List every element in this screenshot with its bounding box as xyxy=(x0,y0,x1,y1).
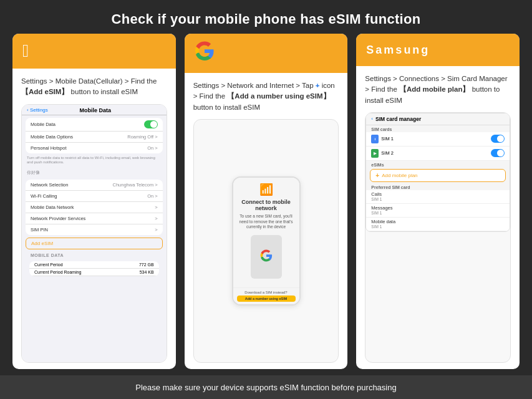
samsung-card: Samsung Settings > Connections > Sim Car… xyxy=(356,34,520,369)
apple-icon:  xyxy=(22,41,29,61)
google-add-number-button[interactable]: Add a number using eSIM xyxy=(237,296,296,302)
samsung-sim1-row: i SIM 1 xyxy=(366,132,510,147)
signal-bars-icon: 📶 xyxy=(238,183,294,196)
ios-add-esim-button[interactable]: Add eSIM xyxy=(26,238,163,249)
ios-network-section: Network Selection Chunghwa Telecom > Wi-… xyxy=(26,180,163,235)
samsung-logo: Samsung xyxy=(366,44,430,57)
apple-card:  Settings > Mobile Data(Cellular) > Fin… xyxy=(12,34,176,369)
samsung-mobile-data-row: Mobile data SIM 1 xyxy=(366,218,510,231)
apple-card-header:  xyxy=(12,34,176,69)
samsung-phone-mockup: ‹ SIM card manager SIM cards i SIM 1 ▶ xyxy=(365,112,511,363)
sim2-icon: ▶ xyxy=(371,149,379,158)
ios-mobile-data-network-row: Mobile Data Network > xyxy=(26,202,163,213)
samsung-nav-bar: ‹ SIM card manager xyxy=(366,113,510,125)
ios-current-period-roaming-row: Current Period Roaming 534 KB xyxy=(29,269,159,276)
samsung-sim-cards-label: SIM cards xyxy=(366,125,510,132)
apple-phone-mockup: ‹ Settings Mobile Data Mobile Data Mobil… xyxy=(21,104,167,363)
samsung-messages-row: Messages SIM 1 xyxy=(366,204,510,218)
add-plan-label: Add mobile plan xyxy=(382,173,417,178)
ios-section-title: 你好像 xyxy=(22,168,167,177)
ios-note: Turn off mobile data to restrict all dat… xyxy=(22,156,167,168)
samsung-esim-section-label: eSIMs xyxy=(366,161,510,168)
samsung-add-plan-button[interactable]: + Add mobile plan xyxy=(370,169,506,182)
ios-current-period-row: Current Period 772 GB xyxy=(29,261,159,269)
ios-personal-hotspot-row: Personal Hotspot On > xyxy=(26,143,163,153)
sim1-toggle[interactable] xyxy=(491,135,505,143)
google-screen: 📶 Connect to mobile network To use a new… xyxy=(233,178,299,287)
footer-bar: Please make sure your device supports eS… xyxy=(0,375,532,399)
google-screen-desc: To use a new SIM card, you'll need to re… xyxy=(238,214,294,229)
add-plan-plus-icon: + xyxy=(375,172,379,179)
ios-nav-back: ‹ Settings xyxy=(27,107,48,113)
ios-mobile-data-options-row: Mobile Data Options Roaming Off > xyxy=(26,132,163,143)
samsung-calls-row: Calls SIM 1 xyxy=(366,190,510,204)
google-phone-mockup: 📶 Connect to mobile network To use a new… xyxy=(193,119,339,363)
ios-settings-screen: ‹ Settings Mobile Data Mobile Data Mobil… xyxy=(22,105,167,363)
samsung-card-header: Samsung xyxy=(356,34,520,66)
samsung-preferred-label: Preferred SIM card xyxy=(366,183,510,190)
ios-mobile-data-toggle[interactable] xyxy=(144,120,158,128)
page-title: Check if your mobile phone has eSIM func… xyxy=(111,11,420,27)
sim2-label: SIM 2 xyxy=(381,150,394,156)
ios-main-section: Mobile Data Mobile Data Options Roaming … xyxy=(26,118,163,153)
samsung-sim2-row: ▶ SIM 2 xyxy=(366,147,510,161)
ios-data-usage-section: Current Period 772 GB Current Period Roa… xyxy=(29,261,159,276)
google-card: Settings > Network and Internet > Tap + … xyxy=(185,34,348,369)
samsung-back-button[interactable]: ‹ xyxy=(371,116,373,122)
sim2-toggle[interactable] xyxy=(491,149,505,157)
cards-container:  Settings > Mobile Data(Cellular) > Fin… xyxy=(12,34,520,369)
sim1-icon: i xyxy=(371,135,379,143)
google-g-icon xyxy=(260,249,273,264)
ios-mobile-data-row: Mobile Data xyxy=(26,118,163,132)
samsung-description: Settings > Connections > Sim Card Manage… xyxy=(365,74,511,106)
ios-mobile-data-title: MOBILE DATA xyxy=(26,252,163,259)
ios-nav-title: Mobile Data xyxy=(79,107,111,113)
apple-description: Settings > Mobile Data(Cellular) > Find … xyxy=(21,76,167,98)
google-card-header xyxy=(185,34,348,73)
ios-network-provider-row: Network Provider Services > xyxy=(26,213,163,224)
ios-network-selection-row: Network Selection Chunghwa Telecom > xyxy=(26,180,163,191)
google-screen-title: Connect to mobile network xyxy=(238,199,294,211)
ios-sim-pin-row: SIM PIN > xyxy=(26,224,163,235)
ios-wifi-calling-row: Wi-Fi Calling On > xyxy=(26,191,163,202)
google-download-text: Download a SIM instead? xyxy=(237,291,296,294)
google-phone: 📶 Connect to mobile network To use a new… xyxy=(232,176,301,305)
samsung-nav-title: SIM card manager xyxy=(375,116,421,122)
google-card-body: Settings > Network and Internet > Tap + … xyxy=(185,73,348,369)
phone-image xyxy=(251,235,282,279)
footer-text: Please make sure your device supports eS… xyxy=(135,383,396,392)
google-description: Settings > Network and Internet > Tap + … xyxy=(193,80,339,113)
google-logo xyxy=(195,41,215,65)
sim1-label: SIM 1 xyxy=(381,136,394,142)
ios-mobile-data-section: MOBILE DATA Current Period 772 GB Curren… xyxy=(26,252,163,276)
samsung-screen: ‹ SIM card manager SIM cards i SIM 1 ▶ xyxy=(365,113,510,232)
apple-card-body: Settings > Mobile Data(Cellular) > Find … xyxy=(12,69,176,369)
samsung-card-body: Settings > Connections > Sim Card Manage… xyxy=(356,66,520,369)
google-bottom-section: Download a SIM instead? Add a number usi… xyxy=(233,287,299,304)
ios-nav-bar: ‹ Settings Mobile Data xyxy=(22,105,167,115)
google-phone-wrap: 📶 Connect to mobile network To use a new… xyxy=(194,120,339,362)
